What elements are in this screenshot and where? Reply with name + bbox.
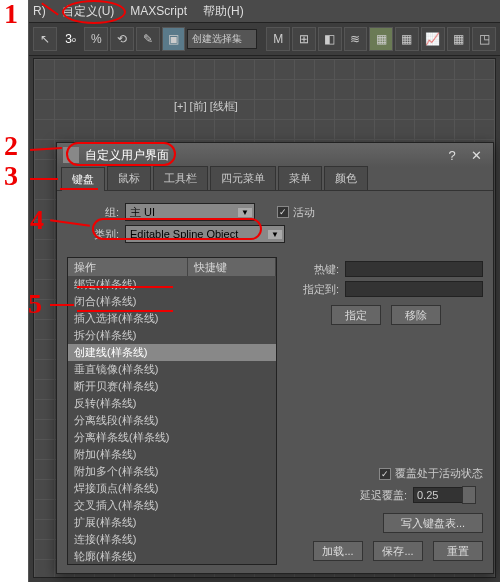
dialog-tabs: 键盘 鼠标 工具栏 四元菜单 菜单 颜色 — [57, 167, 493, 191]
check-icon: ✓ — [277, 206, 289, 218]
category-value: Editable Spline Object — [130, 228, 238, 240]
tab-keyboard[interactable]: 键盘 — [61, 167, 105, 191]
list-item[interactable]: 扩展(样条线) — [68, 514, 276, 531]
menu-customize[interactable]: 自定义(U) — [62, 3, 115, 20]
group-label: 组: — [87, 205, 119, 220]
category-combo[interactable]: Editable Spline Object — [125, 225, 285, 243]
list-item[interactable]: 垂直镜像(样条线) — [68, 361, 276, 378]
toolbar-btn-5[interactable]: ✎ — [136, 27, 160, 51]
reset-button[interactable]: 重置 — [433, 541, 483, 561]
toolbar-btn-4[interactable]: ⟲ — [110, 27, 134, 51]
assign-button[interactable]: 指定 — [331, 305, 381, 325]
list-item[interactable]: 轮廓(样条线) — [68, 548, 276, 564]
category-label: 类别: — [87, 227, 119, 242]
dialog-title: 自定义用户界面 — [85, 147, 169, 164]
toolbar-btn-15[interactable]: ◳ — [472, 27, 496, 51]
menubar: R) 自定义(U) MAXScript 帮助(H) — [29, 0, 500, 22]
annotation-3: 3 — [4, 160, 18, 192]
annotation-2: 2 — [4, 130, 18, 162]
assigned-label: 指定到: — [289, 282, 339, 297]
write-keyboard-button[interactable]: 写入键盘表... — [383, 513, 483, 533]
active-label: 活动 — [293, 205, 315, 220]
list-item[interactable]: 分离样条线(样条线) — [68, 429, 276, 446]
group-value: 主 UI — [130, 205, 155, 220]
assigned-input[interactable] — [345, 281, 483, 297]
menu-help[interactable]: 帮助(H) — [203, 3, 244, 20]
delay-value: 0.25 — [417, 489, 438, 501]
list-item[interactable]: 绑定(样条线) — [68, 276, 276, 293]
toolbar-btn-8[interactable]: ⊞ — [292, 27, 316, 51]
toolbar-btn-13[interactable]: 📈 — [421, 27, 445, 51]
tab-quad[interactable]: 四元菜单 — [210, 166, 276, 190]
app-icon — [63, 147, 79, 163]
toolbar-btn-1[interactable]: ↖ — [33, 27, 57, 51]
list-item[interactable]: 插入选择(样条线) — [68, 310, 276, 327]
list-item[interactable]: 闭合(样条线) — [68, 293, 276, 310]
tab-color[interactable]: 颜色 — [324, 166, 368, 190]
list-item[interactable]: 创建线(样条线) — [68, 344, 276, 361]
annotation-1: 1 — [4, 0, 18, 30]
toolbar-btn-m[interactable]: M — [266, 27, 290, 51]
toolbar-btn-14[interactable]: ▦ — [447, 27, 471, 51]
remove-button[interactable]: 移除 — [391, 305, 441, 325]
close-icon[interactable]: ✕ — [465, 146, 487, 164]
active-checkbox[interactable]: ✓ 活动 — [277, 205, 315, 220]
list-item[interactable]: 交叉插入(样条线) — [68, 497, 276, 514]
load-button[interactable]: 加载... — [313, 541, 363, 561]
toolbar-btn-10[interactable]: ≋ — [344, 27, 368, 51]
toolbar-btn-11[interactable]: ▦ — [369, 27, 393, 51]
menu-maxscript[interactable]: MAXScript — [130, 4, 187, 18]
toolbar-angle-icon[interactable]: 3o — [59, 27, 83, 51]
list-item[interactable]: 附加多个(样条线) — [68, 463, 276, 480]
toolbar-btn-9[interactable]: ◧ — [318, 27, 342, 51]
list-item[interactable]: 反转(样条线) — [68, 395, 276, 412]
list-item[interactable]: 分离线段(样条线) — [68, 412, 276, 429]
viewport-label[interactable]: [+] [前] [线框] — [174, 99, 238, 114]
customize-ui-dialog: 自定义用户界面 ? ✕ 键盘 鼠标 工具栏 四元菜单 菜单 颜色 组: 主 UI… — [56, 142, 494, 574]
group-combo[interactable]: 主 UI — [125, 203, 255, 221]
action-list-body[interactable]: 绑定(样条线)闭合(样条线)插入选择(样条线)拆分(样条线)创建线(样条线)垂直… — [68, 276, 276, 564]
toolbar-btn-12[interactable]: ▦ — [395, 27, 419, 51]
delay-spinner[interactable]: 0.25 — [413, 487, 463, 503]
main-toolbar: ↖ 3o % ⟲ ✎ ▣ 创建选择集 M ⊞ ◧ ≋ ▦ ▦ 📈 ▦ ◳ — [29, 22, 500, 56]
dialog-titlebar[interactable]: 自定义用户界面 ? ✕ — [57, 143, 493, 167]
help-icon[interactable]: ? — [441, 146, 463, 164]
list-item[interactable]: 焊接顶点(样条线) — [68, 480, 276, 497]
delay-label: 延迟覆盖: — [360, 488, 407, 503]
action-list: 操作 快捷键 绑定(样条线)闭合(样条线)插入选择(样条线)拆分(样条线)创建线… — [67, 257, 277, 565]
tab-mouse[interactable]: 鼠标 — [107, 166, 151, 190]
col-action[interactable]: 操作 — [68, 258, 188, 276]
override-label: 覆盖处于活动状态 — [395, 466, 483, 481]
list-item[interactable]: 拆分(样条线) — [68, 327, 276, 344]
toolbar-btn-3[interactable]: % — [84, 27, 108, 51]
menu-r[interactable]: R) — [33, 4, 46, 18]
list-item[interactable]: 断开贝赛(样条线) — [68, 378, 276, 395]
hotkey-label: 热键: — [289, 262, 339, 277]
hotkey-input[interactable] — [345, 261, 483, 277]
override-check-icon[interactable]: ✓ — [379, 468, 391, 480]
tab-menu[interactable]: 菜单 — [278, 166, 322, 190]
tab-toolbar[interactable]: 工具栏 — [153, 166, 208, 190]
col-shortcut[interactable]: 快捷键 — [188, 258, 276, 276]
list-item[interactable]: 连接(样条线) — [68, 531, 276, 548]
toolbar-selection-set[interactable]: 创建选择集 — [187, 29, 256, 49]
save-button[interactable]: 保存... — [373, 541, 423, 561]
list-item[interactable]: 附加(样条线) — [68, 446, 276, 463]
toolbar-btn-6[interactable]: ▣ — [162, 27, 186, 51]
